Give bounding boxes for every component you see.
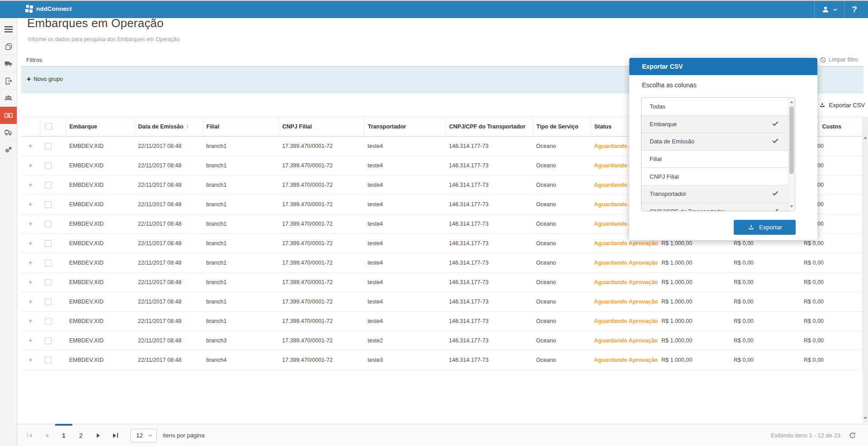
cell-valor_3: R$ 0,00 bbox=[800, 292, 818, 312]
cell-data_emissao: 22/11/2017 08:48 bbox=[134, 292, 203, 312]
previous-page-button[interactable] bbox=[38, 424, 55, 446]
new-group-label: Novo grupo bbox=[33, 76, 63, 82]
column-header-tipo_servico[interactable]: Tipo de Serviço bbox=[533, 117, 590, 137]
sidebar-item-delivery[interactable] bbox=[0, 124, 17, 141]
select-all-checkbox[interactable] bbox=[45, 123, 52, 130]
table-row[interactable]: +EMBDEV.XID22/11/2017 08:48branch417.399… bbox=[21, 351, 862, 370]
scrollbar-thumb[interactable] bbox=[789, 106, 794, 174]
column-header-cnpj_cpf_transportador[interactable]: CNPJ/CPF do Transportador bbox=[445, 117, 533, 137]
expand-row-icon[interactable]: + bbox=[28, 317, 33, 325]
column-option[interactable]: CNPJ Filial bbox=[642, 167, 789, 185]
refresh-icon[interactable] bbox=[849, 432, 856, 439]
row-checkbox[interactable] bbox=[45, 143, 52, 150]
row-checkbox[interactable] bbox=[45, 162, 52, 169]
sidebar-menu-toggle[interactable] bbox=[0, 21, 17, 38]
scroll-down-arrow-icon[interactable] bbox=[790, 205, 793, 208]
page-buttons: 12 bbox=[55, 424, 90, 446]
column-header-filial[interactable]: Filial bbox=[203, 117, 278, 137]
user-menu[interactable] bbox=[815, 1, 844, 18]
cell-tipo_servico: Oceano bbox=[533, 273, 590, 292]
scroll-up-arrow-icon[interactable] bbox=[790, 101, 793, 103]
row-checkbox[interactable] bbox=[45, 221, 52, 228]
cell-tipo_servico: Oceano bbox=[533, 331, 590, 351]
row-checkbox[interactable] bbox=[45, 240, 52, 247]
clear-filter-button[interactable]: Limpar filtro bbox=[820, 57, 858, 63]
row-checkbox[interactable] bbox=[45, 279, 52, 286]
cell-cnpj_filial: 17.399.470/0001-72 bbox=[278, 312, 364, 331]
expand-row-icon[interactable]: + bbox=[28, 337, 33, 344]
expand-row-icon[interactable]: + bbox=[28, 200, 33, 208]
clear-filter-label: Limpar filtro bbox=[829, 57, 858, 63]
expand-row-icon[interactable]: + bbox=[28, 181, 33, 189]
next-page-button[interactable] bbox=[90, 424, 107, 446]
row-checkbox[interactable] bbox=[45, 201, 52, 208]
page-button-2[interactable]: 2 bbox=[72, 424, 90, 446]
cell-valor_1: R$ 1.000,00 bbox=[658, 312, 730, 331]
column-header-embarque[interactable]: Embarque bbox=[66, 117, 134, 137]
table-row[interactable]: +EMBDEV.XID22/11/2017 08:48branch117.399… bbox=[21, 292, 862, 312]
sidebar-item-export[interactable] bbox=[0, 72, 17, 90]
expand-row-icon[interactable]: + bbox=[28, 356, 33, 364]
hamburger-icon bbox=[5, 26, 13, 33]
sidebar-item-users[interactable] bbox=[0, 90, 17, 107]
cell-tipo_servico: Oceano bbox=[533, 214, 590, 234]
expand-row-icon[interactable]: + bbox=[28, 142, 33, 150]
sidebar-item-settings[interactable] bbox=[0, 141, 17, 158]
scroll-up-arrow-icon[interactable] bbox=[863, 137, 867, 139]
row-checkbox[interactable] bbox=[45, 318, 52, 325]
expand-row-icon[interactable]: + bbox=[28, 161, 33, 169]
first-page-button[interactable] bbox=[21, 424, 38, 446]
expand-row-icon[interactable]: + bbox=[28, 220, 33, 228]
table-row[interactable]: +EMBDEV.XID22/11/2017 08:48branch117.399… bbox=[21, 312, 862, 331]
new-group-button[interactable]: + Novo grupo bbox=[27, 76, 63, 82]
expand-row-icon[interactable]: + bbox=[28, 278, 33, 286]
row-checkbox[interactable] bbox=[45, 357, 52, 364]
column-header-custos[interactable]: Custos bbox=[818, 117, 862, 137]
table-row[interactable]: +EMBDEV.XID22/11/2017 08:48branch117.399… bbox=[21, 273, 862, 292]
row-checkbox[interactable] bbox=[45, 299, 52, 305]
export-button[interactable]: Exportar bbox=[734, 220, 796, 235]
app-logo[interactable]: nddConnect bbox=[25, 5, 72, 13]
row-checkbox[interactable] bbox=[45, 337, 52, 344]
sidebar-item-documents[interactable] bbox=[0, 38, 17, 55]
cell-status: Aguardando Aprovação bbox=[590, 292, 658, 312]
table-row[interactable]: +EMBDEV.XID22/11/2017 08:48branch317.399… bbox=[21, 331, 862, 351]
sidebar-item-financial[interactable]: 1 bbox=[0, 107, 17, 124]
grid-vertical-scrollbar[interactable] bbox=[863, 117, 868, 423]
export-csv-link[interactable]: Exportar CSV bbox=[819, 102, 865, 109]
last-page-button[interactable] bbox=[107, 424, 124, 446]
check-icon bbox=[773, 207, 778, 211]
check-icon bbox=[773, 190, 778, 196]
page-size-select[interactable]: 12 bbox=[130, 429, 157, 442]
cell-embarque: EMBDEV.XID bbox=[66, 351, 134, 370]
table-row[interactable]: +EMBDEV.XID22/11/2017 08:48branch117.399… bbox=[21, 253, 862, 273]
column-option[interactable]: Todas bbox=[642, 98, 789, 115]
row-checkbox[interactable] bbox=[45, 260, 52, 266]
column-option[interactable]: Data de Emissão bbox=[642, 133, 789, 150]
sidebar-item-transport[interactable] bbox=[0, 55, 17, 72]
cell-filial: branch1 bbox=[203, 156, 278, 176]
expand-row-icon[interactable]: + bbox=[28, 298, 33, 305]
column-header-data_emissao[interactable]: Data de Emissão↑ bbox=[134, 117, 203, 137]
truck-icon bbox=[4, 59, 13, 68]
row-checkbox[interactable] bbox=[45, 182, 52, 189]
column-option[interactable]: Transportador bbox=[642, 185, 789, 203]
cell-cnpj_filial: 17.399.470/0001-72 bbox=[278, 331, 364, 351]
expand-row-icon[interactable]: + bbox=[28, 259, 33, 266]
options-scrollbar[interactable] bbox=[788, 98, 795, 211]
help-button[interactable]: ? bbox=[844, 5, 864, 14]
column-header-cnpj_filial[interactable]: CNPJ Filial bbox=[278, 117, 364, 137]
cell-cnpj_filial: 17.399.470/0001-72 bbox=[278, 156, 364, 176]
scroll-down-arrow-icon[interactable] bbox=[863, 417, 867, 419]
cell-custos bbox=[818, 195, 862, 214]
column-header-transportador[interactable]: Transportador bbox=[364, 117, 445, 137]
page-button-1[interactable]: 1 bbox=[55, 424, 72, 446]
dialog-header[interactable]: Exportar CSV bbox=[629, 58, 817, 75]
column-option[interactable]: Filial bbox=[642, 150, 789, 168]
column-header-select[interactable] bbox=[40, 117, 66, 137]
column-option[interactable]: CNPJ/CPF do Transportador bbox=[642, 203, 789, 211]
column-option[interactable]: Embarque bbox=[642, 115, 789, 133]
cell-valor_1: R$ 1.000,00 bbox=[658, 351, 730, 370]
expand-row-icon[interactable]: + bbox=[28, 239, 33, 247]
cell-tipo_servico: Oceano bbox=[533, 292, 590, 312]
